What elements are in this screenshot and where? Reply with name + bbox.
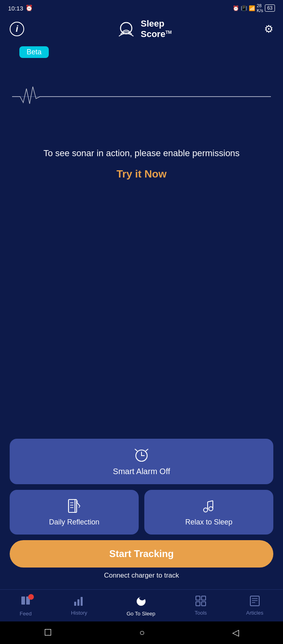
history-label: History: [71, 610, 87, 616]
header: i Sleep ScoreTM ⚙: [0, 14, 283, 40]
svg-rect-22: [74, 602, 76, 606]
nav-item-tools[interactable]: Tools: [195, 595, 207, 616]
nav-item-go-to-sleep[interactable]: Go To Sleep: [127, 594, 155, 617]
articles-icon: [249, 595, 260, 608]
start-tracking-button[interactable]: Start Tracking: [10, 540, 273, 568]
alarm-clock-icon: [133, 447, 150, 464]
status-bar: 10:13 ⏰ ⏰ 📳 📶 28K/s 63: [0, 0, 283, 14]
status-left: 10:13 ⏰: [8, 4, 33, 12]
svg-rect-20: [21, 597, 25, 605]
android-circle-button[interactable]: ○: [139, 627, 145, 638]
logo-text: Sleep ScoreTM: [141, 19, 172, 40]
svg-line-17: [208, 501, 213, 502]
nav-item-feed[interactable]: Feed: [20, 595, 32, 617]
sonar-message: To see sonar in action, please enable pe…: [12, 147, 271, 160]
nav-item-articles[interactable]: Articles: [246, 595, 264, 616]
trademark: TM: [165, 30, 172, 35]
status-alarm-icon: ⏰: [25, 4, 33, 12]
svg-line-13: [77, 501, 77, 502]
logo-icon-svg: [117, 19, 136, 39]
daily-reflection-button[interactable]: Daily Reflection: [10, 490, 139, 535]
music-icon: [201, 498, 217, 514]
beta-badge: Beta: [19, 46, 49, 58]
articles-label: Articles: [246, 610, 264, 616]
history-icon: [73, 595, 85, 608]
info-button[interactable]: i: [10, 22, 24, 36]
svg-rect-29: [250, 596, 259, 606]
svg-rect-26: [202, 596, 206, 600]
vibrate-icon: 📳: [241, 5, 247, 11]
sonar-area: To see sonar in action, please enable pe…: [0, 64, 283, 188]
android-navbar: ☐ ○ ◁: [0, 621, 283, 644]
svg-rect-23: [77, 599, 79, 606]
relax-to-sleep-label: Relax to Sleep: [185, 518, 232, 526]
relax-to-sleep-button[interactable]: Relax to Sleep: [144, 490, 273, 535]
daily-reflection-label: Daily Reflection: [49, 518, 99, 526]
svg-line-5: [135, 449, 137, 451]
sleep-icon: [135, 594, 148, 609]
app-logo: Sleep ScoreTM: [117, 19, 172, 40]
svg-line-14: [79, 506, 80, 508]
svg-point-15: [204, 508, 208, 512]
start-tracking-label: Start Tracking: [109, 548, 174, 559]
android-square-button[interactable]: ☐: [44, 627, 52, 638]
tools-label: Tools: [195, 610, 207, 616]
feed-badge: [28, 594, 34, 600]
journal-icon: [66, 498, 82, 514]
charger-note: Connect charger to track: [10, 572, 273, 580]
app-name-line1: Sleep: [141, 19, 164, 29]
status-time: 10:13: [8, 5, 23, 12]
tools-icon: [195, 595, 206, 608]
go-to-sleep-label: Go To Sleep: [127, 611, 155, 617]
info-icon-label: i: [16, 24, 18, 34]
feed-label: Feed: [20, 611, 32, 617]
svg-rect-24: [81, 597, 83, 606]
beta-area: Beta: [10, 43, 273, 61]
svg-rect-25: [196, 596, 200, 600]
settings-button[interactable]: ⚙: [264, 23, 273, 35]
svg-point-18: [209, 507, 213, 511]
app-name-line2: Score: [141, 29, 165, 39]
battery-icon: 63: [265, 4, 275, 12]
status-right: ⏰ 📳 📶 28K/s 63: [233, 3, 275, 13]
nav-item-history[interactable]: History: [71, 595, 87, 616]
bottom-navigation: Feed History Go To Sleep: [0, 589, 283, 621]
smart-alarm-button[interactable]: Smart Alarm Off: [10, 439, 273, 484]
gear-icon-symbol: ⚙: [264, 23, 273, 35]
try-now-cta[interactable]: Try it Now: [12, 168, 271, 180]
svg-line-12: [77, 502, 80, 506]
alarm-icon2: ⏰: [233, 5, 239, 11]
svg-line-6: [146, 449, 148, 451]
svg-rect-27: [196, 602, 200, 606]
action-buttons-area: Smart Alarm Off Daily Reflection: [0, 439, 283, 580]
wifi-icon: 📶: [249, 5, 255, 11]
android-triangle-button[interactable]: ◁: [232, 627, 239, 638]
signal-icon: 28K/s: [257, 3, 263, 13]
waveform-svg: [12, 80, 271, 113]
secondary-buttons-row: Daily Reflection Relax to Sleep: [10, 490, 273, 535]
svg-rect-28: [202, 602, 206, 606]
smart-alarm-label: Smart Alarm Off: [113, 467, 170, 476]
